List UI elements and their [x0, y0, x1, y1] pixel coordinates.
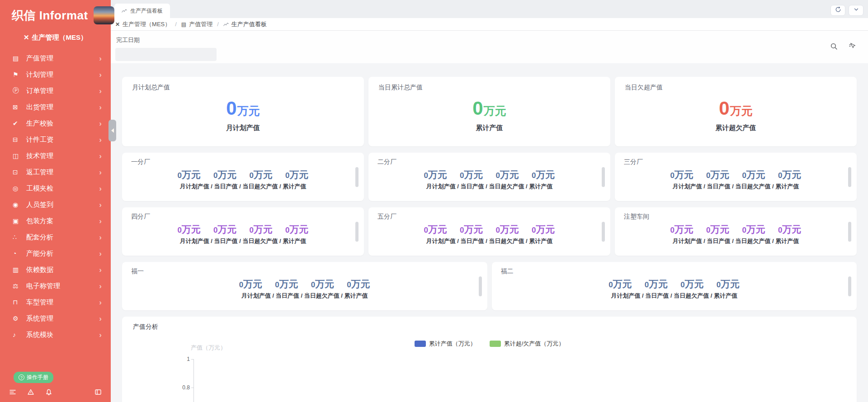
tab-production-value-board[interactable]: 生产产值看板 — [114, 4, 170, 18]
factory-value: 0万元 — [717, 279, 740, 290]
factory-values-row: 0万元0万元0万元0万元 — [377, 169, 601, 180]
factory-values-row: 0万元0万元0万元0万元 — [131, 169, 355, 180]
tabs-dropdown-button[interactable] — [849, 5, 863, 16]
factory-value: 0万元 — [275, 279, 298, 290]
sidebar-item-label: 配套分析 — [26, 233, 99, 242]
magnifier-icon: ◎ — [13, 185, 24, 192]
factory-card-title: 四分厂 — [131, 213, 355, 221]
menu-lines-icon[interactable] — [9, 388, 16, 396]
factory-card-title: 福二 — [501, 267, 848, 276]
manual-button-label: 操作手册 — [27, 374, 48, 381]
output-analysis-chart-card: 产值分析 累计产值（万元）累计超/欠产值（万元） 产值（万元） 1 0.8 — [122, 317, 857, 402]
sidebar-item-label: 生产校验 — [26, 119, 99, 128]
kpi-card-value: 0万元 — [132, 99, 354, 118]
factory-value: 0万元 — [645, 279, 668, 290]
kpi-card-value: 0万元 — [378, 99, 600, 118]
pointer-icon[interactable] — [849, 42, 856, 50]
card-scrollbar[interactable] — [355, 222, 359, 242]
tools-icon: ✕ — [115, 21, 120, 28]
data-chart-icon: ▥ — [13, 266, 24, 273]
sidebar-item-14[interactable]: ▥依赖数据› — [0, 262, 111, 278]
sidebar-item-18[interactable]: ♪系统模块› — [0, 327, 111, 343]
factory-value: 0万元 — [178, 169, 201, 180]
card-scrollbar[interactable] — [479, 276, 482, 296]
chevron-right-icon: › — [99, 136, 102, 144]
sidebar-item-label: 人员签到 — [26, 201, 99, 209]
breadcrumb-item-2[interactable]: ▤产值管理 — [181, 20, 212, 28]
sidebar-collapse-handle[interactable] — [108, 120, 116, 141]
user-avatar[interactable] — [94, 6, 114, 24]
chevron-right-icon: › — [99, 315, 102, 323]
line-chart-icon — [223, 22, 229, 27]
rework-doc-icon: ⊡ — [13, 168, 24, 176]
factory-card-title: 二分厂 — [377, 158, 601, 166]
factory-value: 0万元 — [532, 169, 555, 180]
double-check-icon: ✔ — [13, 120, 24, 127]
search-icon[interactable] — [830, 42, 838, 50]
sidebar-item-10[interactable]: ◉人员签到› — [0, 196, 111, 213]
sidebar-item-13[interactable]: ◔产能分析› — [0, 245, 111, 262]
y-axis-tick: 1 — [176, 356, 190, 362]
factory-card-title: 三分厂 — [624, 158, 848, 166]
card-scrollbar[interactable] — [355, 167, 359, 187]
sidebar-item-9[interactable]: ◎工模夹检› — [0, 180, 111, 196]
card-scrollbar[interactable] — [602, 222, 605, 242]
kpi-card-title: 当日欠超产值 — [625, 84, 847, 92]
sidebar-item-7[interactable]: ◫技术管理› — [0, 148, 111, 164]
book-icon: ◫ — [13, 152, 24, 159]
factory-value: 0万元 — [680, 279, 703, 290]
kpi-card-3: 当日欠超产值 0万元 累计超欠产值 — [615, 77, 857, 146]
sidebar-item-11[interactable]: ▣包装方案› — [0, 213, 111, 229]
card-scrollbar[interactable] — [602, 167, 605, 187]
legend-label: 累计超/欠产值（万元） — [504, 340, 565, 348]
factory-value: 0万元 — [670, 169, 693, 180]
warning-triangle-icon[interactable] — [27, 388, 34, 396]
sidebar-item-3[interactable]: Ⓟ订单管理› — [0, 83, 111, 99]
sidebar-item-label: 系统管理 — [26, 314, 99, 323]
panel-toggle-icon[interactable] — [94, 388, 102, 396]
pie-clock-icon: ◔ — [13, 250, 24, 257]
factory-value: 0万元 — [706, 224, 729, 235]
calculator-icon: ⊟ — [13, 136, 24, 143]
legend-item-1[interactable]: 累计产值（万元） — [415, 340, 476, 348]
manual-button[interactable]: ? 操作手册 — [14, 372, 53, 383]
breadcrumb-item-3[interactable]: 生产产值看板 — [223, 20, 267, 28]
chevron-right-icon: › — [99, 234, 102, 241]
chevron-left-icon — [111, 128, 114, 133]
factory-card-title: 一分厂 — [131, 158, 355, 166]
chevron-right-icon: › — [99, 266, 102, 274]
order-icon: Ⓟ — [13, 87, 24, 95]
sidebar-item-4[interactable]: ⊠出货管理› — [0, 99, 111, 115]
sidebar-item-2[interactable]: ⚑计划管理› — [0, 66, 111, 83]
factory-value: 0万元 — [285, 224, 308, 235]
sidebar-item-6[interactable]: ⊟计件工资› — [0, 131, 111, 148]
completion-date-input[interactable] — [115, 48, 217, 61]
briefcase-icon: ▣ — [13, 217, 24, 224]
bar-chart-icon: ▤ — [181, 21, 186, 28]
sidebar-item-17[interactable]: ⚙系统管理› — [0, 310, 111, 327]
sidebar-item-12[interactable]: ∴配套分析› — [0, 229, 111, 245]
refresh-button[interactable] — [830, 5, 845, 16]
card-scrollbar[interactable] — [848, 222, 851, 242]
kpi-card-sublabel: 累计超欠产值 — [625, 124, 847, 132]
sidebar-item-label: 技术管理 — [26, 152, 99, 160]
breadcrumb-item-1[interactable]: ✕生产管理（MES） — [115, 20, 170, 28]
sidebar-item-8[interactable]: ⊡返工管理› — [0, 164, 111, 180]
card-scrollbar[interactable] — [848, 276, 851, 296]
sidebar-item-16[interactable]: ⊓车型管理› — [0, 294, 111, 310]
sidebar-item-label: 产值管理 — [26, 54, 99, 63]
sidebar-item-1[interactable]: ▤产值管理› — [0, 50, 111, 66]
breadcrumb-item-label: 产值管理 — [189, 20, 212, 28]
bell-icon[interactable] — [45, 388, 52, 396]
factory-values-row: 0万元0万元0万元0万元 — [377, 224, 601, 235]
factory-value: 0万元 — [670, 224, 693, 235]
sidebar-item-5[interactable]: ✔生产校验› — [0, 115, 111, 131]
chevron-right-icon: › — [99, 331, 102, 339]
factory-card-title: 福一 — [131, 267, 478, 276]
factory-values-row: 0万元0万元0万元0万元 — [131, 279, 478, 290]
factory-card-五分厂: 五分厂 0万元0万元0万元0万元 月计划产值 / 当日产值 / 当日超欠产值 /… — [368, 207, 610, 256]
card-scrollbar[interactable] — [848, 167, 851, 187]
legend-item-2[interactable]: 累计超/欠产值（万元） — [490, 340, 565, 348]
sidebar-item-label: 订单管理 — [26, 87, 99, 95]
sidebar-item-15[interactable]: ⚖电子称管理› — [0, 278, 111, 294]
